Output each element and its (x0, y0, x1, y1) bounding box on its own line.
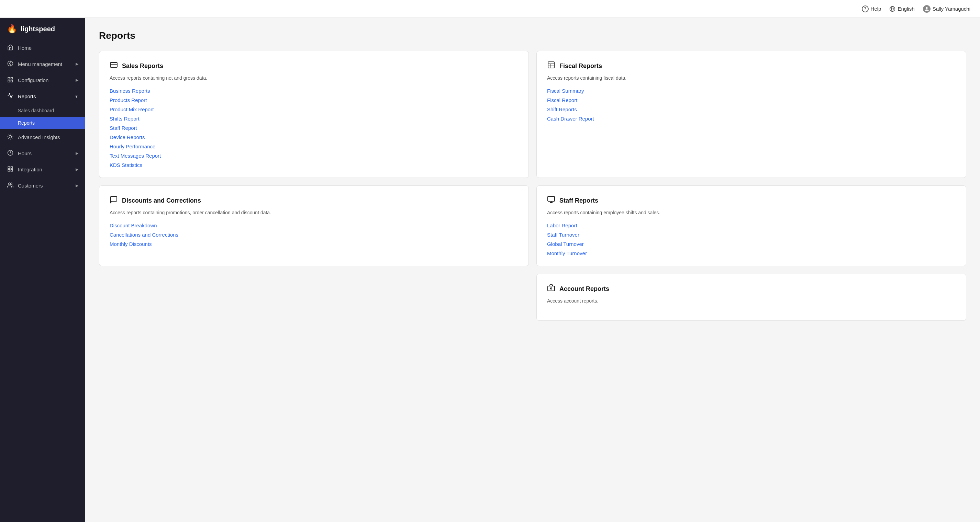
link-global-turnover[interactable]: Global Turnover (547, 241, 956, 247)
sidebar-item-integration[interactable]: Integration ▶ (0, 162, 85, 178)
help-button[interactable]: ? Help (862, 5, 881, 13)
sidebar-item-reports-page[interactable]: Reports (0, 117, 85, 129)
link-monthly-turnover[interactable]: Monthly Turnover (547, 250, 956, 256)
chevron-right-icon-4: ▶ (76, 167, 78, 172)
user-avatar-icon (923, 5, 931, 13)
link-fiscal-summary[interactable]: Fiscal Summary (547, 88, 956, 94)
svg-rect-7 (11, 77, 13, 79)
card-discounts-icon (110, 195, 118, 206)
main-content: Reports Sales Reports Access reports con… (85, 18, 980, 522)
staff-reports-links: Labor Report Staff Turnover Global Turno… (547, 222, 956, 256)
sidebar-hours-label: Hours (18, 151, 32, 156)
link-product-mix-report[interactable]: Product Mix Report (110, 106, 518, 112)
fiscal-reports-title: Fiscal Reports (559, 62, 602, 70)
sidebar-item-menu-management[interactable]: Menu management ▶ (0, 56, 85, 72)
sales-reports-card: Sales Reports Access reports containing … (99, 51, 529, 178)
user-name-label: Sally Yamaguchi (932, 6, 970, 12)
link-text-messages-report[interactable]: Text Messages Report (110, 153, 518, 159)
sidebar-item-reports[interactable]: Reports ▼ (0, 88, 85, 105)
sidebar-home-label: Home (18, 45, 32, 51)
fiscal-reports-links: Fiscal Summary Fiscal Report Shift Repor… (547, 88, 956, 122)
topbar-actions: ? Help English Sally Yamaguchi (862, 5, 970, 13)
card-sales-icon (110, 61, 118, 71)
svg-rect-25 (110, 62, 117, 67)
chevron-right-icon-5: ▶ (76, 183, 78, 188)
link-staff-report[interactable]: Staff Report (110, 125, 518, 131)
account-reports-title: Account Reports (559, 286, 609, 293)
link-shifts-report[interactable]: Shifts Report (110, 116, 518, 122)
svg-rect-21 (11, 167, 13, 168)
svg-point-37 (550, 288, 552, 289)
sidebar-item-hours[interactable]: Hours ▶ (0, 145, 85, 162)
sidebar-advanced-insights-label: Advanced Insights (18, 134, 60, 140)
link-cash-drawer-report[interactable]: Cash Drawer Report (547, 116, 956, 122)
fiscal-reports-desc: Access reports containing fiscal data. (547, 75, 956, 82)
user-menu-button[interactable]: Sally Yamaguchi (923, 5, 970, 13)
link-labor-report[interactable]: Labor Report (547, 222, 956, 228)
cards-grid: Sales Reports Access reports containing … (99, 51, 966, 321)
link-discount-breakdown[interactable]: Discount Breakdown (110, 222, 518, 228)
svg-rect-23 (11, 170, 13, 171)
help-label: Help (871, 6, 881, 12)
logo-text: lightspeed (21, 25, 55, 33)
page-title: Reports (99, 30, 966, 41)
chevron-right-icon-3: ▶ (76, 151, 78, 155)
sidebar-item-advanced-insights[interactable]: Advanced Insights (0, 129, 85, 145)
link-fiscal-report[interactable]: Fiscal Report (547, 97, 956, 103)
topbar: ? Help English Sally Yamaguchi (0, 0, 980, 18)
link-device-reports[interactable]: Device Reports (110, 134, 518, 140)
discounts-links: Discount Breakdown Cancellations and Cor… (110, 222, 518, 247)
hours-icon (7, 150, 14, 157)
svg-line-13 (8, 135, 9, 135)
discounts-card-header: Discounts and Corrections (110, 195, 518, 206)
svg-point-2 (10, 63, 11, 65)
sidebar-configuration-label: Configuration (18, 77, 48, 83)
sales-reports-links: Business Reports Products Report Product… (110, 88, 518, 168)
sidebar-item-home[interactable]: Home (0, 40, 85, 56)
link-monthly-discounts[interactable]: Monthly Discounts (110, 241, 518, 247)
link-hourly-performance[interactable]: Hourly Performance (110, 144, 518, 149)
sidebar-customers-label: Customers (18, 183, 43, 189)
fiscal-reports-card: Fiscal Reports Access reports containing… (536, 51, 966, 178)
card-staff-reports-icon (547, 195, 555, 206)
staff-reports-card: Staff Reports Access reports containing … (536, 186, 966, 266)
sales-reports-desc: Access reports containing net and gross … (110, 75, 518, 82)
sidebar-item-sales-dashboard[interactable]: Sales dashboard (0, 105, 85, 117)
svg-point-10 (9, 135, 12, 138)
translate-icon (889, 6, 896, 12)
link-kds-statistics[interactable]: KDS Statistics (110, 162, 518, 168)
chevron-down-icon: ▼ (75, 94, 78, 98)
sales-reports-card-header: Sales Reports (110, 61, 518, 71)
sidebar-reports-label: Reports (18, 94, 36, 99)
svg-rect-27 (548, 62, 554, 68)
svg-line-14 (12, 138, 13, 139)
sidebar-item-configuration[interactable]: Configuration ▶ (0, 72, 85, 88)
svg-rect-33 (548, 197, 555, 201)
link-staff-turnover[interactable]: Staff Turnover (547, 232, 956, 238)
discounts-corrections-card: Discounts and Corrections Access reports… (99, 186, 529, 266)
fiscal-reports-card-header: Fiscal Reports (547, 61, 956, 71)
sales-reports-title: Sales Reports (122, 62, 163, 70)
reports-icon (7, 93, 14, 100)
help-icon: ? (862, 5, 869, 13)
card-fiscal-icon (547, 61, 555, 71)
language-button[interactable]: English (889, 6, 914, 12)
link-shift-reports[interactable]: Shift Reports (547, 106, 956, 112)
svg-rect-8 (8, 80, 10, 82)
sidebar-menu-management-label: Menu management (18, 61, 62, 67)
sidebar: 🔥 lightspeed Home Menu management ▶ Conf… (0, 18, 85, 522)
link-products-report[interactable]: Products Report (110, 97, 518, 103)
sidebar-logo: 🔥 lightspeed (0, 18, 85, 40)
staff-reports-title: Staff Reports (559, 197, 598, 204)
link-business-reports[interactable]: Business Reports (110, 88, 518, 94)
sidebar-item-customers[interactable]: Customers ▶ (0, 178, 85, 194)
app-layout: 🔥 lightspeed Home Menu management ▶ Conf… (0, 18, 980, 522)
staff-reports-card-header: Staff Reports (547, 195, 956, 206)
sidebar-reports-submenu: Sales dashboard Reports (0, 105, 85, 129)
svg-rect-9 (11, 80, 13, 82)
advanced-insights-icon (7, 133, 14, 141)
link-cancellations-corrections[interactable]: Cancellations and Corrections (110, 232, 518, 238)
logo-flame-icon: 🔥 (7, 24, 17, 34)
sidebar-integration-label: Integration (18, 167, 42, 172)
menu-management-icon (7, 60, 14, 68)
